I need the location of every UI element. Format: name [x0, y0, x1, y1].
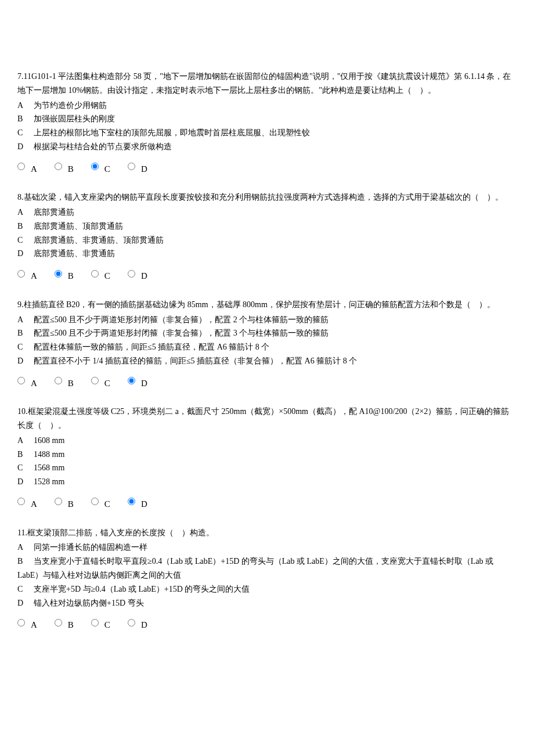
- answer-radio-item[interactable]: D: [128, 615, 147, 631]
- question-stem: 11.框支梁顶部二排筋，锚入支座的长度按（ ）构造。: [17, 526, 517, 540]
- answer-radio-input[interactable]: [17, 619, 25, 627]
- option-line: B1488 mm: [17, 448, 517, 462]
- option-text: 同第一排通长筋的锚固构造一样: [34, 543, 147, 552]
- answer-radio-label: C: [104, 376, 110, 391]
- question-block: 7.11G101-1 平法图集柱构造部分 58 页，"地下一层增加钢筋在嵌固部位…: [17, 70, 517, 174]
- option-letter: D: [17, 247, 34, 261]
- answer-radio-item[interactable]: D: [128, 267, 147, 282]
- answer-radio-input[interactable]: [128, 270, 135, 278]
- answer-radio-item[interactable]: A: [17, 160, 37, 175]
- question-stem: 9.柱插筋直径 B20，有一侧的插筋据基础边缘为 85mm，基础厚 800mm，…: [17, 298, 517, 312]
- option-line: C支座半宽+5D 与≥0.4（Lab 或 LabE）+15D 的弯头之间的大值: [17, 582, 517, 596]
- answer-radio-row: ABCD: [17, 374, 517, 389]
- option-text: 1608 mm: [34, 436, 64, 445]
- option-list: A底部贯通筋B底部贯通筋、顶部贯通筋C底部贯通筋、非贯通筋、顶部贯通筋D底部贯通…: [17, 206, 517, 261]
- option-text: 为节约造价少用钢筋: [34, 101, 107, 110]
- answer-radio-input[interactable]: [91, 270, 99, 278]
- answer-radio-input[interactable]: [128, 619, 135, 627]
- option-text: 底部贯通筋、非贯通筋、顶部贯通筋: [34, 236, 164, 244]
- option-line: B当支座宽小于直锚长时取平直段≥0.4（Lab 或 LabE）+15D 的弯头与…: [17, 555, 517, 582]
- question-stem: 7.11G101-1 平法图集柱构造部分 58 页，"地下一层增加钢筋在嵌固部位…: [17, 70, 517, 98]
- answer-radio-label: A: [31, 269, 37, 284]
- option-line: A1608 mm: [17, 434, 517, 448]
- answer-radio-input[interactable]: [128, 498, 135, 505]
- answer-radio-input[interactable]: [17, 270, 25, 278]
- answer-radio-item[interactable]: D: [128, 374, 147, 389]
- option-line: C配置柱体箍筋一致的箍筋，间距≤5 插筋直径，配置 A6 箍筋计 8 个: [17, 340, 517, 354]
- question-block: 10.框架梁混凝土强度等级 C25，环境类别二 a，截面尺寸 250mm（截宽）…: [17, 405, 517, 509]
- option-letter: C: [17, 461, 34, 475]
- answer-radio-item[interactable]: B: [55, 495, 74, 510]
- answer-radio-input[interactable]: [55, 377, 62, 384]
- answer-radio-item[interactable]: B: [55, 374, 74, 389]
- answer-radio-input[interactable]: [91, 163, 99, 170]
- answer-radio-label: D: [141, 269, 147, 284]
- answer-radio-label: A: [31, 497, 37, 512]
- answer-radio-label: C: [104, 497, 110, 512]
- question-block: 9.柱插筋直径 B20，有一侧的插筋据基础边缘为 85mm，基础厚 800mm，…: [17, 298, 517, 388]
- answer-radio-item[interactable]: B: [55, 160, 74, 175]
- option-letter: D: [17, 475, 34, 489]
- answer-radio-item[interactable]: C: [91, 374, 110, 389]
- answer-radio-label: B: [68, 376, 74, 391]
- answer-radio-item[interactable]: A: [17, 495, 37, 510]
- option-line: C底部贯通筋、非贯通筋、顶部贯通筋: [17, 233, 517, 247]
- answer-radio-row: ABCD: [17, 615, 517, 631]
- answer-radio-input[interactable]: [128, 163, 135, 170]
- answer-radio-item[interactable]: B: [55, 267, 74, 282]
- answer-radio-item[interactable]: A: [17, 615, 37, 631]
- question-block: 8.基础次梁，锚入支座梁内的钢筋平直段长度要按铰接和充分利用钢筋抗拉强度两种方式…: [17, 190, 517, 281]
- answer-radio-label: D: [141, 376, 147, 391]
- answer-radio-input[interactable]: [91, 619, 99, 627]
- answer-radio-input[interactable]: [55, 619, 62, 627]
- answer-radio-item[interactable]: C: [91, 160, 110, 175]
- option-letter: A: [17, 434, 34, 448]
- option-text: 底部贯通筋: [34, 208, 74, 217]
- option-letter: B: [17, 448, 34, 462]
- option-line: B配置≤500 且不少于两道矩形封闭箍（非复合箍），配置 3 个与柱体箍筋一致的…: [17, 326, 517, 340]
- option-line: D根据梁与柱结合处的节点要求所做构造: [17, 140, 517, 154]
- option-list: A为节约造价少用钢筋B加强嵌固层柱头的刚度C上层柱的根部比地下室柱的顶部先屈服，…: [17, 99, 517, 154]
- answer-radio-label: A: [31, 162, 37, 177]
- option-text: 底部贯通筋、顶部贯通筋: [34, 222, 123, 231]
- answer-radio-item[interactable]: A: [17, 374, 37, 389]
- answer-radio-label: B: [68, 162, 74, 177]
- answer-radio-input[interactable]: [91, 498, 99, 505]
- answer-radio-label: A: [31, 376, 37, 391]
- option-text: 底部贯通筋、非贯通筋: [34, 249, 115, 258]
- option-letter: A: [17, 541, 34, 555]
- answer-radio-item[interactable]: B: [55, 615, 74, 631]
- answer-radio-item[interactable]: C: [91, 267, 110, 282]
- option-letter: B: [17, 555, 34, 568]
- answer-radio-label: B: [68, 497, 74, 512]
- answer-radio-item[interactable]: D: [128, 160, 147, 175]
- option-line: D底部贯通筋、非贯通筋: [17, 247, 517, 261]
- answer-radio-input[interactable]: [55, 163, 62, 170]
- answer-radio-input[interactable]: [55, 498, 62, 505]
- answer-radio-label: B: [68, 269, 74, 284]
- answer-radio-input[interactable]: [55, 270, 62, 278]
- answer-radio-label: D: [141, 618, 147, 633]
- answer-radio-label: D: [141, 497, 147, 512]
- option-line: C上层柱的根部比地下室柱的顶部先屈服，即地震时首层柱底屈服、出现塑性铰: [17, 126, 517, 140]
- option-letter: A: [17, 313, 34, 327]
- option-letter: C: [17, 126, 34, 140]
- option-line: B加强嵌固层柱头的刚度: [17, 112, 517, 126]
- option-text: 根据梁与柱结合处的节点要求所做构造: [34, 142, 172, 151]
- answer-radio-label: C: [104, 269, 110, 284]
- answer-radio-input[interactable]: [91, 377, 99, 384]
- answer-radio-item[interactable]: A: [17, 267, 37, 282]
- option-line: D1528 mm: [17, 475, 517, 489]
- answer-radio-label: A: [31, 618, 37, 633]
- answer-radio-item[interactable]: C: [91, 615, 110, 631]
- answer-radio-item[interactable]: D: [128, 495, 147, 510]
- option-letter: D: [17, 596, 34, 610]
- answer-radio-input[interactable]: [17, 498, 25, 505]
- answer-radio-item[interactable]: C: [91, 495, 110, 510]
- option-letter: B: [17, 219, 34, 233]
- answer-radio-input[interactable]: [128, 377, 135, 384]
- option-text: 上层柱的根部比地下室柱的顶部先屈服，即地震时首层柱底屈服、出现塑性铰: [34, 128, 310, 137]
- option-text: 配置直径不小于 1/4 插筋直径的箍筋，间距≤5 插筋直径（非复合箍），配置 A…: [34, 357, 357, 365]
- answer-radio-input[interactable]: [17, 163, 25, 170]
- answer-radio-input[interactable]: [17, 377, 25, 384]
